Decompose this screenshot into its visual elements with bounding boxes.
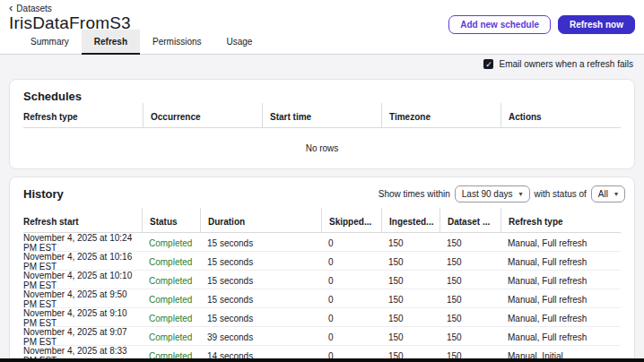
- history-col-dataset: Dataset ...: [439, 208, 500, 232]
- tab-summary[interactable]: Summary: [18, 30, 82, 55]
- cell-skipped: 0: [321, 314, 381, 323]
- schedules-empty-state: No rows: [10, 128, 634, 168]
- add-new-schedule-button[interactable]: Add new schedule: [448, 15, 551, 34]
- schedules-col-occurrence: Occurrence: [143, 103, 262, 127]
- chevron-down-icon: ▾: [614, 191, 618, 198]
- cell-dataset: 150: [439, 257, 500, 267]
- email-owners-row: ✓ Email owners when a refresh fails: [483, 59, 633, 69]
- cell-skipped: 0: [321, 295, 381, 305]
- cell-refresh-type: Manual, Full refresh: [500, 238, 621, 248]
- cell-refresh-start: November 4, 2025 at 9:07 PM EST: [23, 327, 142, 347]
- history-filters: Show times within Last 90 days ▾ with st…: [379, 185, 625, 203]
- time-range-value: Last 90 days: [462, 189, 513, 199]
- cell-duration: 15 seconds: [200, 295, 321, 305]
- table-row: November 4, 2025 at 10:24 PM EST Complet…: [23, 233, 621, 252]
- cell-refresh-type: Manual, Full refresh: [500, 314, 621, 323]
- cell-duration: 39 seconds: [200, 332, 321, 342]
- cell-dataset: 150: [439, 238, 500, 248]
- history-col-ingested: Ingested...: [381, 208, 439, 232]
- cell-duration: 15 seconds: [200, 276, 321, 286]
- tab-refresh[interactable]: Refresh: [82, 30, 140, 55]
- history-header: History Show times within Last 90 days ▾…: [10, 177, 634, 203]
- email-owners-checkbox[interactable]: ✓: [483, 59, 493, 69]
- cell-refresh-start: November 4, 2025 at 10:16 PM EST: [23, 252, 142, 272]
- check-icon: ✓: [485, 60, 492, 69]
- status-badge: Completed: [142, 276, 200, 286]
- tab-usage[interactable]: Usage: [214, 30, 265, 55]
- cell-refresh-type: Manual, Full refresh: [500, 257, 621, 267]
- cell-dataset: 150: [439, 276, 500, 286]
- history-col-skipped: Skipped...: [321, 208, 381, 232]
- status-badge: Completed: [142, 238, 200, 248]
- schedules-table-header: Refresh type Occurrence Start time Timez…: [23, 103, 621, 128]
- history-table-body: November 4, 2025 at 10:24 PM EST Complet…: [23, 233, 621, 362]
- schedules-col-actions: Actions: [500, 103, 621, 127]
- cell-skipped: 0: [321, 257, 381, 267]
- cell-ingested: 150: [381, 314, 439, 323]
- history-col-status: Status: [142, 208, 200, 232]
- cell-refresh-start: November 4, 2025 at 9:10 PM EST: [23, 308, 142, 328]
- cell-ingested: 150: [381, 332, 439, 342]
- cell-ingested: 150: [381, 295, 439, 305]
- time-filter-label: Show times within: [379, 189, 450, 199]
- table-row: November 4, 2025 at 9:10 PM EST Complete…: [23, 308, 621, 327]
- cell-ingested: 150: [381, 257, 439, 267]
- status-badge: Completed: [142, 295, 200, 305]
- chevron-left-icon: ‹: [9, 4, 13, 13]
- cell-refresh-type: Manual, Full refresh: [500, 295, 621, 305]
- history-card: History Show times within Last 90 days ▾…: [9, 177, 635, 362]
- cell-skipped: 0: [321, 238, 381, 248]
- history-table-header: Refresh start Status Duration Skipped...…: [23, 208, 621, 233]
- time-range-select[interactable]: Last 90 days ▾: [455, 185, 530, 203]
- table-row: November 4, 2025 at 9:50 PM EST Complete…: [23, 289, 621, 308]
- schedules-card: Schedules Refresh type Occurrence Start …: [9, 79, 635, 169]
- breadcrumb[interactable]: ‹ Datasets: [9, 4, 52, 13]
- history-title: History: [23, 187, 64, 201]
- history-col-refresh-start: Refresh start: [23, 208, 142, 232]
- status-badge: Completed: [142, 257, 200, 267]
- refresh-now-button[interactable]: Refresh now: [558, 15, 635, 34]
- cell-refresh-type: Manual, Full refresh: [500, 276, 621, 286]
- status-value: All: [598, 189, 608, 199]
- status-select[interactable]: All ▾: [591, 185, 625, 203]
- header-actions: Add new schedule Refresh now: [448, 15, 635, 34]
- chevron-down-icon: ▾: [518, 191, 522, 198]
- cell-refresh-start: November 4, 2025 at 10:24 PM EST: [23, 233, 142, 253]
- status-badge: Completed: [142, 314, 200, 323]
- tab-permissions[interactable]: Permissions: [140, 30, 213, 55]
- breadcrumb-label: Datasets: [16, 4, 51, 13]
- page-header: ‹ Datasets IrisDataFromS3 Add new schedu…: [0, 0, 644, 55]
- cell-dataset: 150: [439, 332, 500, 342]
- schedules-col-timezone: Timezone: [381, 103, 500, 127]
- status-filter-label: with status of: [535, 189, 587, 199]
- cell-duration: 15 seconds: [200, 314, 321, 323]
- cell-duration: 15 seconds: [200, 238, 321, 248]
- cell-ingested: 150: [381, 276, 439, 286]
- cell-refresh-start: November 4, 2025 at 10:10 PM EST: [23, 271, 142, 290]
- cell-dataset: 150: [439, 314, 500, 323]
- cell-refresh-type: Manual, Full refresh: [500, 332, 621, 342]
- cell-skipped: 0: [321, 276, 381, 286]
- cell-refresh-start: November 4, 2025 at 9:50 PM EST: [23, 289, 142, 309]
- status-badge: Completed: [142, 332, 200, 342]
- table-row: November 4, 2025 at 9:07 PM EST Complete…: [23, 327, 621, 346]
- table-row: November 4, 2025 at 10:16 PM EST Complet…: [23, 252, 621, 271]
- tab-bar: Summary Refresh Permissions Usage: [18, 30, 265, 55]
- cell-duration: 15 seconds: [200, 257, 321, 267]
- schedules-col-refresh-type: Refresh type: [23, 103, 143, 127]
- cell-ingested: 150: [381, 238, 439, 248]
- cell-skipped: 0: [321, 332, 381, 342]
- schedules-title: Schedules: [10, 80, 634, 103]
- cell-dataset: 150: [439, 295, 500, 305]
- email-owners-label: Email owners when a refresh fails: [499, 59, 633, 69]
- bottom-window-edge: [0, 358, 644, 362]
- table-row: November 4, 2025 at 10:10 PM EST Complet…: [23, 271, 621, 289]
- schedules-col-start-time: Start time: [262, 103, 381, 127]
- history-col-duration: Duration: [200, 208, 321, 232]
- history-col-refresh-type: Refresh type: [500, 208, 621, 232]
